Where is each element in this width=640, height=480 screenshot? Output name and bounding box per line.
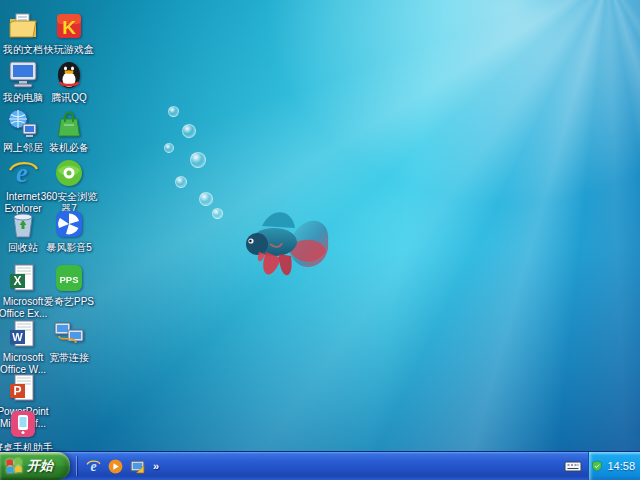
excel-icon: X: [7, 262, 39, 294]
software-bag-icon: [53, 108, 85, 140]
windows-logo-icon: [5, 457, 23, 475]
svg-text:W: W: [12, 331, 23, 343]
360-browser-icon: [53, 157, 85, 189]
my-computer-icon: [7, 58, 39, 90]
quick-launch-divider: [76, 456, 77, 476]
desktop-icon-broadband[interactable]: 宽带连接: [37, 318, 101, 364]
word-icon: W: [7, 318, 39, 350]
start-button-label: 开始: [27, 457, 53, 475]
svg-text:X: X: [13, 274, 21, 288]
betta-fish-wallpaper: [232, 196, 337, 296]
storm-player-icon: [53, 208, 85, 240]
iqiyi-pps-icon: PPS: [53, 262, 85, 294]
icon-label: 装机必备: [49, 142, 89, 154]
bubble: [175, 176, 187, 188]
qq-icon: [53, 58, 85, 90]
broadband-icon: [53, 318, 85, 350]
internet-explorer-icon: e: [7, 157, 39, 189]
system-tray: 14:58: [588, 452, 640, 480]
svg-text:P: P: [13, 384, 21, 398]
icon-label: 宽带连接: [49, 352, 89, 364]
desktop-icon-storm-player[interactable]: 暴风影音5: [37, 208, 101, 254]
recycle-bin-icon: [7, 208, 39, 240]
desktop-icon-iqiyi-pps[interactable]: PPS 爱奇艺PPS: [37, 262, 101, 308]
quick-launch-media-player-icon[interactable]: [107, 458, 124, 475]
svg-text:PPS: PPS: [59, 274, 78, 285]
start-button[interactable]: 开始: [0, 452, 70, 480]
phone-assistant-icon: [7, 408, 39, 440]
bubble: [199, 192, 213, 206]
svg-text:K: K: [62, 17, 76, 38]
desktop-icon-qq[interactable]: 腾讯QQ: [37, 58, 101, 104]
quick-launch-show-desktop-icon[interactable]: [129, 458, 146, 475]
bubble: [182, 124, 196, 138]
taskbar-clock[interactable]: 14:58: [607, 460, 635, 472]
taskbar: 开始 e » 14:58: [0, 451, 640, 480]
desktop-background: 我的文档 我的电脑 网上邻居 e Internet Explorer 回收站 X…: [0, 0, 640, 451]
input-method-keyboard-icon[interactable]: [564, 459, 582, 473]
bubble: [190, 152, 206, 168]
icon-label: 暴风影音5: [46, 242, 92, 254]
bubble: [168, 106, 179, 117]
quick-launch-overflow-chevron[interactable]: »: [151, 460, 161, 472]
icon-label: 爱奇艺PPS: [44, 296, 94, 308]
icon-label: 腾讯QQ: [51, 92, 87, 104]
quick-launch-bar: e »: [76, 452, 161, 480]
game-box-icon: K: [53, 10, 85, 42]
icon-label: 快玩游戏盒: [44, 44, 94, 56]
icon-label: 回收站: [8, 242, 38, 254]
antivirus-shield-tray-icon[interactable]: [591, 460, 603, 472]
network-places-icon: [7, 108, 39, 140]
bubble: [212, 208, 223, 219]
desktop-icon-360-browser[interactable]: 360安全浏览器7: [37, 157, 101, 214]
desktop-icon-game-box[interactable]: K 快玩游戏盒: [37, 10, 101, 56]
my-documents-icon: [7, 10, 39, 42]
desktop-icon-phone-assistant[interactable]: 好桌手机助手: [0, 408, 55, 454]
bubble: [164, 143, 174, 153]
desktop-icon-software-bag[interactable]: 装机必备: [37, 108, 101, 154]
quick-launch-ie-icon[interactable]: e: [85, 458, 102, 475]
powerpoint-icon: P: [7, 372, 39, 404]
